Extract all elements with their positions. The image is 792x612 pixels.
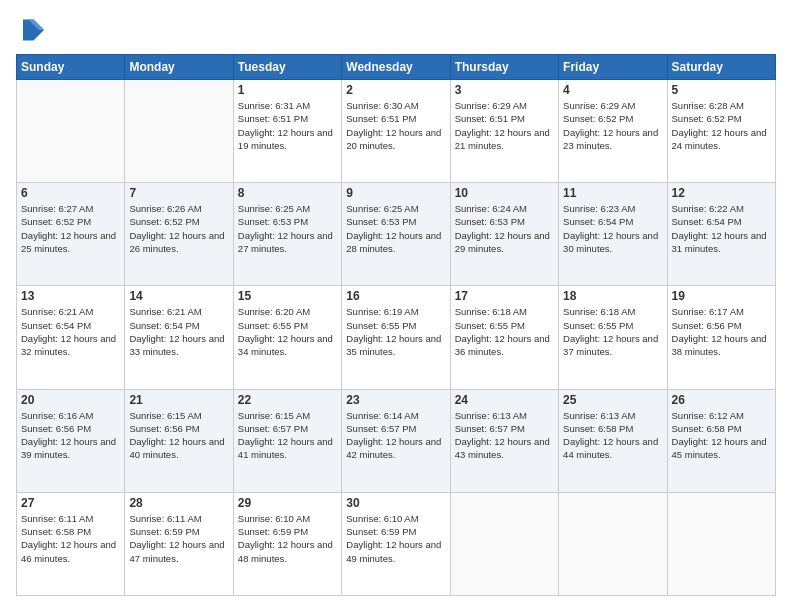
day-number: 2	[346, 83, 445, 97]
day-number: 13	[21, 289, 120, 303]
calendar-cell: 22Sunrise: 6:15 AM Sunset: 6:57 PM Dayli…	[233, 389, 341, 492]
day-info: Sunrise: 6:31 AM Sunset: 6:51 PM Dayligh…	[238, 99, 337, 152]
day-info: Sunrise: 6:13 AM Sunset: 6:57 PM Dayligh…	[455, 409, 554, 462]
calendar-cell: 11Sunrise: 6:23 AM Sunset: 6:54 PM Dayli…	[559, 183, 667, 286]
day-number: 22	[238, 393, 337, 407]
day-number: 11	[563, 186, 662, 200]
day-info: Sunrise: 6:27 AM Sunset: 6:52 PM Dayligh…	[21, 202, 120, 255]
calendar-cell: 7Sunrise: 6:26 AM Sunset: 6:52 PM Daylig…	[125, 183, 233, 286]
logo	[16, 16, 48, 44]
calendar-cell: 4Sunrise: 6:29 AM Sunset: 6:52 PM Daylig…	[559, 80, 667, 183]
day-info: Sunrise: 6:21 AM Sunset: 6:54 PM Dayligh…	[21, 305, 120, 358]
calendar-week-4: 20Sunrise: 6:16 AM Sunset: 6:56 PM Dayli…	[17, 389, 776, 492]
col-header-thursday: Thursday	[450, 55, 558, 80]
day-number: 17	[455, 289, 554, 303]
day-info: Sunrise: 6:14 AM Sunset: 6:57 PM Dayligh…	[346, 409, 445, 462]
calendar-cell	[667, 492, 775, 595]
calendar-cell: 12Sunrise: 6:22 AM Sunset: 6:54 PM Dayli…	[667, 183, 775, 286]
calendar-cell: 16Sunrise: 6:19 AM Sunset: 6:55 PM Dayli…	[342, 286, 450, 389]
day-number: 30	[346, 496, 445, 510]
day-info: Sunrise: 6:19 AM Sunset: 6:55 PM Dayligh…	[346, 305, 445, 358]
calendar-cell: 28Sunrise: 6:11 AM Sunset: 6:59 PM Dayli…	[125, 492, 233, 595]
calendar-cell: 26Sunrise: 6:12 AM Sunset: 6:58 PM Dayli…	[667, 389, 775, 492]
day-number: 5	[672, 83, 771, 97]
day-number: 24	[455, 393, 554, 407]
calendar-week-1: 1Sunrise: 6:31 AM Sunset: 6:51 PM Daylig…	[17, 80, 776, 183]
day-info: Sunrise: 6:29 AM Sunset: 6:52 PM Dayligh…	[563, 99, 662, 152]
calendar-cell: 2Sunrise: 6:30 AM Sunset: 6:51 PM Daylig…	[342, 80, 450, 183]
day-info: Sunrise: 6:20 AM Sunset: 6:55 PM Dayligh…	[238, 305, 337, 358]
calendar-cell	[450, 492, 558, 595]
day-info: Sunrise: 6:10 AM Sunset: 6:59 PM Dayligh…	[346, 512, 445, 565]
calendar-header-row: SundayMondayTuesdayWednesdayThursdayFrid…	[17, 55, 776, 80]
calendar-cell: 23Sunrise: 6:14 AM Sunset: 6:57 PM Dayli…	[342, 389, 450, 492]
day-number: 3	[455, 83, 554, 97]
day-info: Sunrise: 6:11 AM Sunset: 6:59 PM Dayligh…	[129, 512, 228, 565]
day-number: 6	[21, 186, 120, 200]
day-info: Sunrise: 6:12 AM Sunset: 6:58 PM Dayligh…	[672, 409, 771, 462]
col-header-tuesday: Tuesday	[233, 55, 341, 80]
day-info: Sunrise: 6:16 AM Sunset: 6:56 PM Dayligh…	[21, 409, 120, 462]
calendar-cell	[17, 80, 125, 183]
calendar-week-3: 13Sunrise: 6:21 AM Sunset: 6:54 PM Dayli…	[17, 286, 776, 389]
day-number: 15	[238, 289, 337, 303]
calendar-cell: 30Sunrise: 6:10 AM Sunset: 6:59 PM Dayli…	[342, 492, 450, 595]
calendar-cell: 20Sunrise: 6:16 AM Sunset: 6:56 PM Dayli…	[17, 389, 125, 492]
calendar-cell: 18Sunrise: 6:18 AM Sunset: 6:55 PM Dayli…	[559, 286, 667, 389]
day-info: Sunrise: 6:11 AM Sunset: 6:58 PM Dayligh…	[21, 512, 120, 565]
day-number: 14	[129, 289, 228, 303]
col-header-sunday: Sunday	[17, 55, 125, 80]
day-info: Sunrise: 6:25 AM Sunset: 6:53 PM Dayligh…	[238, 202, 337, 255]
day-number: 26	[672, 393, 771, 407]
day-number: 27	[21, 496, 120, 510]
day-number: 20	[21, 393, 120, 407]
day-info: Sunrise: 6:29 AM Sunset: 6:51 PM Dayligh…	[455, 99, 554, 152]
calendar-cell: 6Sunrise: 6:27 AM Sunset: 6:52 PM Daylig…	[17, 183, 125, 286]
calendar-cell: 27Sunrise: 6:11 AM Sunset: 6:58 PM Dayli…	[17, 492, 125, 595]
day-number: 25	[563, 393, 662, 407]
day-number: 28	[129, 496, 228, 510]
calendar-cell: 29Sunrise: 6:10 AM Sunset: 6:59 PM Dayli…	[233, 492, 341, 595]
calendar-week-5: 27Sunrise: 6:11 AM Sunset: 6:58 PM Dayli…	[17, 492, 776, 595]
calendar-cell: 1Sunrise: 6:31 AM Sunset: 6:51 PM Daylig…	[233, 80, 341, 183]
header	[16, 16, 776, 44]
day-info: Sunrise: 6:13 AM Sunset: 6:58 PM Dayligh…	[563, 409, 662, 462]
calendar-cell: 5Sunrise: 6:28 AM Sunset: 6:52 PM Daylig…	[667, 80, 775, 183]
day-info: Sunrise: 6:17 AM Sunset: 6:56 PM Dayligh…	[672, 305, 771, 358]
day-info: Sunrise: 6:10 AM Sunset: 6:59 PM Dayligh…	[238, 512, 337, 565]
col-header-wednesday: Wednesday	[342, 55, 450, 80]
day-info: Sunrise: 6:21 AM Sunset: 6:54 PM Dayligh…	[129, 305, 228, 358]
calendar-cell: 17Sunrise: 6:18 AM Sunset: 6:55 PM Dayli…	[450, 286, 558, 389]
day-number: 12	[672, 186, 771, 200]
day-number: 7	[129, 186, 228, 200]
calendar-cell	[559, 492, 667, 595]
day-number: 18	[563, 289, 662, 303]
calendar-cell: 24Sunrise: 6:13 AM Sunset: 6:57 PM Dayli…	[450, 389, 558, 492]
calendar-week-2: 6Sunrise: 6:27 AM Sunset: 6:52 PM Daylig…	[17, 183, 776, 286]
col-header-saturday: Saturday	[667, 55, 775, 80]
calendar-cell: 15Sunrise: 6:20 AM Sunset: 6:55 PM Dayli…	[233, 286, 341, 389]
day-info: Sunrise: 6:24 AM Sunset: 6:53 PM Dayligh…	[455, 202, 554, 255]
col-header-friday: Friday	[559, 55, 667, 80]
day-number: 19	[672, 289, 771, 303]
day-number: 9	[346, 186, 445, 200]
day-number: 21	[129, 393, 228, 407]
page: SundayMondayTuesdayWednesdayThursdayFrid…	[0, 0, 792, 612]
day-number: 4	[563, 83, 662, 97]
calendar-cell: 9Sunrise: 6:25 AM Sunset: 6:53 PM Daylig…	[342, 183, 450, 286]
day-info: Sunrise: 6:28 AM Sunset: 6:52 PM Dayligh…	[672, 99, 771, 152]
day-info: Sunrise: 6:18 AM Sunset: 6:55 PM Dayligh…	[455, 305, 554, 358]
calendar-cell	[125, 80, 233, 183]
col-header-monday: Monday	[125, 55, 233, 80]
day-info: Sunrise: 6:25 AM Sunset: 6:53 PM Dayligh…	[346, 202, 445, 255]
day-info: Sunrise: 6:26 AM Sunset: 6:52 PM Dayligh…	[129, 202, 228, 255]
day-number: 1	[238, 83, 337, 97]
calendar-cell: 3Sunrise: 6:29 AM Sunset: 6:51 PM Daylig…	[450, 80, 558, 183]
day-info: Sunrise: 6:22 AM Sunset: 6:54 PM Dayligh…	[672, 202, 771, 255]
logo-icon	[16, 16, 44, 44]
day-info: Sunrise: 6:23 AM Sunset: 6:54 PM Dayligh…	[563, 202, 662, 255]
day-number: 10	[455, 186, 554, 200]
day-info: Sunrise: 6:15 AM Sunset: 6:56 PM Dayligh…	[129, 409, 228, 462]
calendar-cell: 25Sunrise: 6:13 AM Sunset: 6:58 PM Dayli…	[559, 389, 667, 492]
day-number: 29	[238, 496, 337, 510]
